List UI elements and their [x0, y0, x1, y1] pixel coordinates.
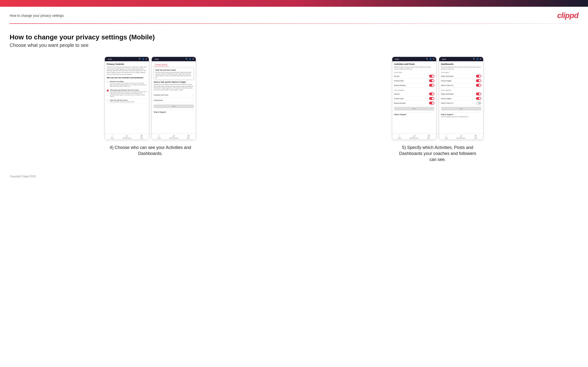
- coaches-manual-toggle[interactable]: [429, 84, 434, 87]
- nav-menu-3[interactable]: ☰ Menu: [422, 135, 436, 139]
- save-button-2[interactable]: Save: [154, 104, 194, 108]
- followers-label-4: FOLLOWERS: [441, 90, 481, 91]
- radio-followers[interactable]: Only Approved Followers and Your Coach O…: [107, 88, 147, 99]
- settings-icon-4[interactable]: ⚙: [480, 58, 481, 60]
- phone-1-icons: 🔍 👤 ⚙: [139, 58, 147, 60]
- phone-4-section-title: Dashboards: [441, 63, 481, 65]
- chevron-right-dashboards: [193, 99, 194, 102]
- coaches-label-4: COACHES: [441, 72, 481, 73]
- save-button-4[interactable]: Save: [441, 107, 481, 110]
- nav-menu-4[interactable]: ☰ Menu: [468, 135, 483, 139]
- radio-coach-only[interactable]: Only You and Your Coach Only you and the…: [107, 99, 147, 104]
- home-icon: ⌂: [112, 135, 113, 137]
- phone-3-bottom-nav: ⌂ Home 📈 My Performance ☰ Menu: [392, 133, 436, 140]
- nav-home[interactable]: ⌂ Home: [105, 135, 120, 139]
- phone-2-body: Privacy Controls Only You and Your Coach…: [152, 61, 196, 133]
- header-title: How to change your privacy settings: [10, 14, 64, 17]
- mockup-group-1: ‹ Back 🔍 👤 ⚙ Privacy Controls Control ho…: [10, 57, 291, 157]
- search-icon[interactable]: 🔍: [139, 58, 141, 60]
- coaches-round-insights-toggle[interactable]: [476, 79, 481, 82]
- coaches-rounds-toggle[interactable]: [429, 75, 434, 78]
- coaches-manual-row: Manual Activities: [394, 83, 434, 88]
- phone-2-icons: 🔍 👤 ⚙: [186, 58, 194, 60]
- copyright: Copyright Clippd 2022: [10, 175, 36, 178]
- footer: Copyright Clippd 2022: [0, 170, 588, 183]
- caption-1: 4) Choose who can see your Activities an…: [109, 145, 191, 157]
- phone-3: ‹ Back 🔍 👤 ⚙ Activities and Posts Select…: [392, 57, 436, 140]
- chevron-left-icon-3: ‹: [394, 58, 395, 60]
- followers-rounds-row: Rounds: [394, 92, 434, 96]
- search-icon-3[interactable]: 🔍: [426, 58, 428, 60]
- main-content: How to change your privacy settings (Mob…: [0, 24, 588, 170]
- mockup-pair-1: ‹ Back 🔍 👤 ⚙ Privacy Controls Control ho…: [105, 57, 196, 140]
- radio-everyone-btn[interactable]: [107, 81, 109, 83]
- nav-menu[interactable]: ☰ Menu: [134, 135, 149, 139]
- coaches-what-to-work-toggle[interactable]: [476, 84, 481, 87]
- radio-everyone-text: Everyone on Clippd Everyone on Clippd ca…: [110, 81, 147, 87]
- phone-4-bottom-nav: ⌂ Home 📈 My Performance ☰ Menu: [439, 133, 483, 140]
- help-support-2[interactable]: Help & Support: [154, 110, 194, 114]
- followers-drills-toggle[interactable]: [429, 97, 434, 100]
- search-icon-4[interactable]: 🔍: [473, 58, 475, 60]
- settings-icon[interactable]: ⚙: [146, 58, 147, 60]
- phone-1-bottom-nav: ⌂ Home 📈 My Performance ☰ Menu: [105, 133, 149, 140]
- phone-1-back[interactable]: ‹ Back: [107, 58, 112, 60]
- person-icon-4[interactable]: 👤: [476, 58, 479, 60]
- followers-manual-toggle[interactable]: [429, 102, 434, 104]
- popup-text: Only you and the coaches you connect wit…: [155, 72, 192, 78]
- performance-icon: 📈: [126, 135, 128, 137]
- followers-rounds-toggle[interactable]: [429, 92, 434, 95]
- person-icon-3[interactable]: 👤: [430, 58, 432, 60]
- chevron-left-icon: ‹: [107, 58, 107, 60]
- phone-3-body: Activities and Posts Select the types of…: [392, 61, 436, 133]
- settings-icon-3[interactable]: ⚙: [433, 58, 434, 60]
- radio-followers-btn[interactable]: [107, 90, 109, 92]
- home-icon-3: ⌂: [399, 135, 400, 137]
- tab-privacy-controls[interactable]: Privacy Controls: [154, 63, 168, 66]
- settings-icon-2[interactable]: ⚙: [192, 58, 194, 60]
- nav-home-2[interactable]: ⌂ Home: [152, 135, 166, 139]
- phone-4-back[interactable]: ‹ Back: [441, 58, 446, 60]
- dashboards-link[interactable]: Dashboards: [154, 98, 194, 103]
- coaches-round-insights-row: Round Insights: [441, 79, 481, 83]
- activities-link[interactable]: Activities and Posts: [154, 92, 194, 98]
- coaches-rounds-row: Rounds: [394, 74, 434, 79]
- menu-icon-2: ☰: [188, 135, 190, 137]
- followers-player-dash-toggle[interactable]: [476, 92, 481, 95]
- nav-home-4[interactable]: ⌂ Home: [439, 135, 454, 139]
- phone-2-tab-bar: Privacy Controls: [154, 63, 194, 67]
- phone-1-body-text: Control how you and your data appears to…: [107, 66, 147, 75]
- chevron-left-icon-4: ‹: [441, 58, 441, 60]
- followers-what-to-work-toggle[interactable]: [476, 102, 481, 104]
- nav-performance[interactable]: 📈 My Performance: [120, 135, 134, 139]
- coaches-what-to-work-row: What To Work On: [441, 83, 481, 88]
- coaches-player-dash-row: Player Dashboard: [441, 74, 481, 79]
- page-heading: How to change your privacy settings (Mob…: [10, 33, 578, 41]
- chevron-right-activities: [193, 94, 194, 96]
- phone-1-subsection: Who Can See Your Activities and Dashboar…: [107, 77, 147, 79]
- followers-round-insights-toggle[interactable]: [476, 97, 481, 100]
- nav-performance-2[interactable]: 📈 My Performance: [166, 135, 181, 139]
- person-icon-2[interactable]: 👤: [189, 58, 191, 60]
- mockups-row: ‹ Back 🔍 👤 ⚙ Privacy Controls Control ho…: [10, 57, 578, 163]
- phone-1: ‹ Back 🔍 👤 ⚙ Privacy Controls Control ho…: [105, 57, 149, 140]
- help-support-3[interactable]: Help & Support: [394, 112, 434, 116]
- phone-3-back[interactable]: ‹ Back: [394, 58, 399, 60]
- radio-coach-only-btn[interactable]: [107, 100, 109, 102]
- phone-2-bottom-nav: ⌂ Home 📈 My Performance ☰ Menu: [152, 133, 196, 140]
- menu-icon-3: ☰: [428, 135, 430, 137]
- nav-menu-2[interactable]: ☰ Menu: [181, 135, 196, 139]
- phone-2-back[interactable]: ‹ Back: [154, 58, 159, 60]
- person-icon[interactable]: 👤: [142, 58, 144, 60]
- search-icon-2[interactable]: 🔍: [186, 58, 188, 60]
- radio-everyone[interactable]: Everyone on Clippd Everyone on Clippd ca…: [107, 80, 147, 88]
- coaches-player-dash-toggle[interactable]: [476, 75, 481, 78]
- nav-performance-4[interactable]: 📈 My Performance: [454, 135, 468, 139]
- coaches-drills-toggle[interactable]: [429, 79, 434, 82]
- nav-home-3[interactable]: ⌂ Home: [392, 135, 407, 139]
- nav-performance-3[interactable]: 📈 My Performance: [407, 135, 422, 139]
- save-button-3[interactable]: Save: [394, 107, 434, 110]
- performance-icon-3: 📈: [413, 135, 415, 137]
- radio-coach-only-text: Only You and Your Coach Only you and the…: [110, 100, 134, 103]
- help-support-4[interactable]: Help & Support: [441, 112, 481, 116]
